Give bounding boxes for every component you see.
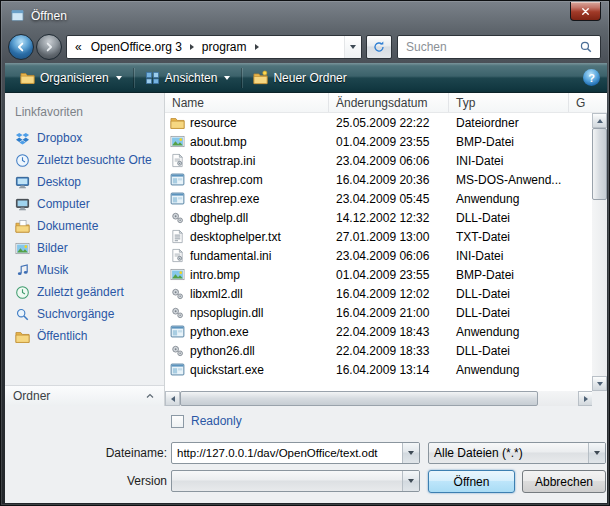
filetype-combobox[interactable]: Alle Dateien (*.*) — [428, 442, 606, 464]
sidebar-item-computer[interactable]: Computer — [5, 193, 164, 215]
recent-changes-icon — [15, 285, 30, 300]
toolbar-separator — [241, 68, 242, 88]
forward-button[interactable] — [36, 34, 62, 60]
scroll-right-button[interactable] — [578, 391, 593, 406]
vertical-scroll-thumb[interactable] — [592, 128, 607, 200]
column-header-name[interactable]: Name — [165, 93, 329, 112]
toolbar-separator — [133, 68, 134, 88]
favorites-header: Linkfavoriten — [5, 93, 164, 127]
triangle-left-icon — [171, 396, 175, 402]
refresh-button[interactable] — [366, 35, 392, 59]
folders-expander[interactable]: Ordner — [5, 385, 164, 406]
sidebar-item-documents[interactable]: Dokumente — [5, 215, 164, 237]
recent-places-icon — [15, 153, 30, 168]
dll-icon — [170, 210, 185, 225]
file-row[interactable]: about.bmp 01.04.2009 23:55 BMP-Datei — [165, 132, 592, 151]
triangle-up-icon — [597, 119, 603, 123]
filename-label: Dateiname: — [63, 446, 167, 460]
file-row[interactable]: libxml2.dll 16.04.2009 12:02 DLL-Datei — [165, 284, 592, 303]
search-input[interactable]: Suchen — [397, 35, 601, 59]
sidebar-item-recent-places[interactable]: Zuletzt besuchte Orte — [5, 149, 164, 171]
desktop-icon — [15, 175, 30, 190]
folder-icon — [170, 115, 185, 130]
file-modified-date: 23.04.2009 06:06 — [329, 154, 449, 168]
filelist-body: resource 25.05.2009 22:22 Dateiordner ab… — [165, 113, 592, 391]
dropbox-icon — [15, 131, 30, 146]
titlebar[interactable]: Öffnen — [1, 1, 609, 31]
file-row[interactable]: npsoplugin.dll 16.04.2009 21:00 DLL-Date… — [165, 303, 592, 322]
filetype-dropdown-button[interactable] — [588, 443, 605, 463]
sidebar-item-desktop[interactable]: Desktop — [5, 171, 164, 193]
back-button[interactable] — [8, 34, 34, 60]
column-header-type[interactable]: Typ — [449, 93, 569, 112]
readonly-label[interactable]: Readonly — [191, 414, 242, 428]
file-type: Anwendung — [449, 363, 569, 377]
file-modified-date: 16.04.2009 20:36 — [329, 173, 449, 187]
file-name: fundamental.ini — [190, 249, 271, 263]
chevron-down-icon — [408, 479, 414, 483]
back-arrow-icon — [15, 41, 27, 53]
vertical-scrollbar[interactable] — [592, 113, 607, 391]
sidebar-item-searches[interactable]: Suchvorgänge — [5, 303, 164, 325]
file-row[interactable]: crashrep.exe 23.04.2009 05:45 Anwendung — [165, 189, 592, 208]
file-type: INI-Datei — [449, 154, 569, 168]
filename-dropdown-button[interactable] — [402, 443, 419, 463]
new-folder-button[interactable]: Neuer Ordner — [245, 66, 354, 90]
file-row[interactable]: python.exe 22.04.2009 18:43 Anwendung — [165, 322, 592, 341]
file-type: INI-Datei — [449, 249, 569, 263]
music-icon — [15, 263, 30, 278]
file-type: MS-DOS-Anwend... — [449, 173, 569, 187]
breadcrumb-overflow-button[interactable]: « — [67, 40, 86, 54]
filename-combobox[interactable]: http://127.0.0.1/dav/OpenOffice/text.odt — [171, 442, 420, 464]
version-combobox[interactable] — [171, 470, 420, 492]
file-row[interactable]: intro.bmp 01.04.2009 23:55 BMP-Datei — [165, 265, 592, 284]
dll-icon — [170, 286, 185, 301]
file-name: about.bmp — [190, 135, 247, 149]
views-icon — [145, 70, 160, 85]
version-dropdown-button[interactable] — [402, 471, 419, 491]
file-row[interactable]: desktophelper.txt 27.01.2009 13:00 TXT-D… — [165, 227, 592, 246]
breadcrumb-item[interactable]: program — [197, 40, 252, 54]
file-row[interactable]: fundamental.ini 23.04.2009 06:06 INI-Dat… — [165, 246, 592, 265]
file-name: quickstart.exe — [190, 363, 264, 377]
column-header-date[interactable]: Änderungsdatum — [329, 93, 449, 112]
filename-value[interactable]: http://127.0.0.1/dav/OpenOffice/text.odt — [172, 447, 402, 459]
file-row[interactable]: bootstrap.ini 23.04.2009 06:06 INI-Datei — [165, 151, 592, 170]
sidebar-item-dropbox[interactable]: Dropbox — [5, 127, 164, 149]
column-header-size[interactable]: G — [569, 93, 607, 112]
address-bar[interactable]: « OpenOffice.org 3program — [66, 35, 362, 59]
views-button[interactable]: Ansichten — [137, 66, 239, 90]
file-row[interactable]: quickstart.exe 16.04.2009 13:14 Anwendun… — [165, 360, 592, 379]
address-dropdown-button[interactable] — [344, 36, 361, 58]
scroll-down-button[interactable] — [592, 376, 607, 391]
sidebar-item-music[interactable]: Musik — [5, 259, 164, 281]
file-row[interactable]: python26.dll 22.04.2009 18:33 DLL-Datei — [165, 341, 592, 360]
views-label: Ansichten — [165, 71, 218, 85]
breadcrumb-separator-icon[interactable] — [255, 44, 259, 50]
file-name: intro.bmp — [190, 268, 240, 282]
open-button[interactable]: Öffnen — [428, 470, 515, 493]
sidebar-item-pictures[interactable]: Bilder — [5, 237, 164, 259]
scroll-up-button[interactable] — [592, 113, 607, 128]
scroll-left-button[interactable] — [165, 391, 180, 406]
organize-button[interactable]: Organisieren — [12, 66, 130, 90]
close-button[interactable] — [570, 2, 601, 21]
sidebar-item-public[interactable]: Öffentlich — [5, 325, 164, 347]
file-type: DLL-Datei — [449, 344, 569, 358]
window-title: Öffnen — [31, 9, 67, 23]
file-row[interactable]: dbghelp.dll 14.12.2002 12:32 DLL-Datei — [165, 208, 592, 227]
horizontal-scrollbar[interactable] — [165, 391, 593, 406]
help-button[interactable]: ? — [583, 69, 600, 86]
file-modified-date: 16.04.2009 13:14 — [329, 363, 449, 377]
sidebar-item-recent-changes[interactable]: Zuletzt geändert — [5, 281, 164, 303]
pictures-icon — [15, 241, 30, 256]
cancel-button[interactable]: Abbrechen — [522, 470, 606, 493]
file-name: resource — [190, 116, 237, 130]
breadcrumb-separator-icon[interactable] — [190, 44, 194, 50]
file-row[interactable]: resource 25.05.2009 22:22 Dateiordner — [165, 113, 592, 132]
file-name: libxml2.dll — [190, 287, 243, 301]
readonly-checkbox[interactable] — [171, 415, 184, 428]
horizontal-scroll-thumb[interactable] — [180, 391, 538, 406]
breadcrumb-item[interactable]: OpenOffice.org 3 — [86, 40, 187, 54]
file-row[interactable]: crashrep.com 16.04.2009 20:36 MS-DOS-Anw… — [165, 170, 592, 189]
